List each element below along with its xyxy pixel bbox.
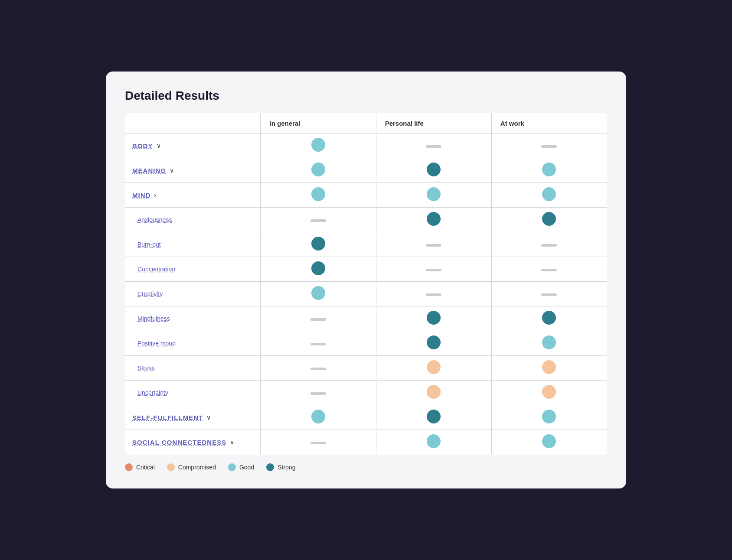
dot-cell	[491, 208, 607, 232]
col-header-general: In general	[261, 114, 376, 133]
table-row: BODY∨	[125, 133, 607, 158]
dot-cell	[376, 158, 491, 183]
chevron-down-icon[interactable]: ∨	[157, 142, 161, 149]
row-label-text[interactable]: Uncertainty	[132, 389, 168, 396]
legend-label-compromised: Compromised	[178, 464, 216, 471]
label-cell: Anxiousness	[125, 208, 261, 232]
dot-cell	[491, 306, 607, 331]
label-cell: MIND›	[125, 183, 261, 208]
chevron-down-icon[interactable]: ∨	[170, 167, 174, 174]
legend-item-critical: Critical	[125, 463, 155, 471]
dot-cell	[376, 430, 491, 455]
dot-cell	[261, 257, 376, 282]
legend-label-strong: Strong	[278, 464, 295, 471]
row-label-text[interactable]: MIND	[132, 192, 151, 199]
label-cell: Stress	[125, 356, 261, 381]
row-label-text[interactable]: MEANING	[132, 167, 166, 174]
legend-dot-compromised	[167, 463, 175, 471]
page-title: Detailed Results	[125, 89, 607, 103]
dot-cell	[261, 183, 376, 208]
label-cell: Uncertainty	[125, 381, 261, 405]
dot-cell	[491, 257, 607, 282]
dot-cell	[261, 381, 376, 405]
label-cell: SELF-FULFILLMENT∨	[125, 405, 261, 430]
table-row: Anxiousness	[125, 208, 607, 232]
dot-cell	[376, 232, 491, 257]
table-row: MEANING∨	[125, 158, 607, 183]
row-label-text[interactable]: Creativity	[132, 290, 163, 297]
dot-cell	[376, 356, 491, 381]
table-row: Mindfulness	[125, 306, 607, 331]
dot-cell	[376, 331, 491, 356]
table-row: Positive mood	[125, 331, 607, 356]
dot-cell	[376, 306, 491, 331]
table-row: MIND›	[125, 183, 607, 208]
row-label-text[interactable]: SELF-FULFILLMENT	[132, 414, 203, 421]
chevron-down-icon[interactable]: ∨	[206, 414, 211, 421]
label-cell: BODY∨	[125, 133, 261, 158]
table-row: Uncertainty	[125, 381, 607, 405]
chevron-right-icon[interactable]: ›	[154, 192, 157, 199]
label-cell: Burn-out	[125, 232, 261, 257]
row-label-text[interactable]: Concentration	[132, 266, 175, 273]
table-row: SELF-FULFILLMENT∨	[125, 405, 607, 430]
dot-cell	[491, 158, 607, 183]
dot-cell	[376, 257, 491, 282]
col-header-personal: Personal life	[376, 114, 491, 133]
chevron-down-icon[interactable]: ∨	[230, 439, 234, 446]
legend-item-strong: Strong	[266, 463, 295, 471]
dot-cell	[261, 158, 376, 183]
dot-cell	[491, 356, 607, 381]
dot-cell	[261, 232, 376, 257]
main-card: Detailed Results In general Personal lif…	[106, 72, 626, 488]
row-label-text[interactable]: Mindfulness	[132, 315, 170, 322]
dot-cell	[376, 381, 491, 405]
legend-label-good: Good	[239, 464, 254, 471]
label-cell: Mindfulness	[125, 306, 261, 331]
dot-cell	[261, 282, 376, 306]
dot-cell	[261, 356, 376, 381]
legend-item-good: Good	[228, 463, 254, 471]
row-label-text[interactable]: SOCIAL CONNECTEDNESS	[132, 439, 226, 446]
row-label-text[interactable]: BODY	[132, 142, 153, 150]
dot-cell	[376, 183, 491, 208]
dot-cell	[491, 282, 607, 306]
col-header-category	[125, 114, 261, 133]
dot-cell	[491, 183, 607, 208]
dot-cell	[261, 208, 376, 232]
row-label-text[interactable]: Burn-out	[132, 241, 161, 248]
dot-cell	[491, 133, 607, 158]
dot-cell	[491, 232, 607, 257]
dot-cell	[376, 405, 491, 430]
label-cell: SOCIAL CONNECTEDNESS∨	[125, 430, 261, 455]
legend-item-compromised: Compromised	[167, 463, 216, 471]
table-row: Stress	[125, 356, 607, 381]
legend-dot-critical	[125, 463, 133, 471]
dot-cell	[261, 430, 376, 455]
legend-dot-strong	[266, 463, 274, 471]
label-cell: Positive mood	[125, 331, 261, 356]
table-row: Creativity	[125, 282, 607, 306]
row-label-text[interactable]: Positive mood	[132, 340, 176, 347]
label-cell: Concentration	[125, 257, 261, 282]
table-row: Burn-out	[125, 232, 607, 257]
dot-cell	[491, 405, 607, 430]
results-table: In general Personal life At work BODY∨ME…	[125, 113, 607, 455]
dot-cell	[261, 405, 376, 430]
table-row: Concentration	[125, 257, 607, 282]
legend: CriticalCompromisedGoodStrong	[125, 463, 607, 471]
legend-dot-good	[228, 463, 236, 471]
col-header-work: At work	[491, 114, 607, 133]
dot-cell	[376, 208, 491, 232]
dot-cell	[491, 381, 607, 405]
row-label-text[interactable]: Stress	[132, 365, 155, 371]
dot-cell	[491, 331, 607, 356]
dot-cell	[261, 133, 376, 158]
table-row: SOCIAL CONNECTEDNESS∨	[125, 430, 607, 455]
label-cell: Creativity	[125, 282, 261, 306]
dot-cell	[261, 306, 376, 331]
legend-label-critical: Critical	[136, 464, 155, 471]
label-cell: MEANING∨	[125, 158, 261, 183]
dot-cell	[491, 430, 607, 455]
row-label-text[interactable]: Anxiousness	[132, 216, 172, 223]
